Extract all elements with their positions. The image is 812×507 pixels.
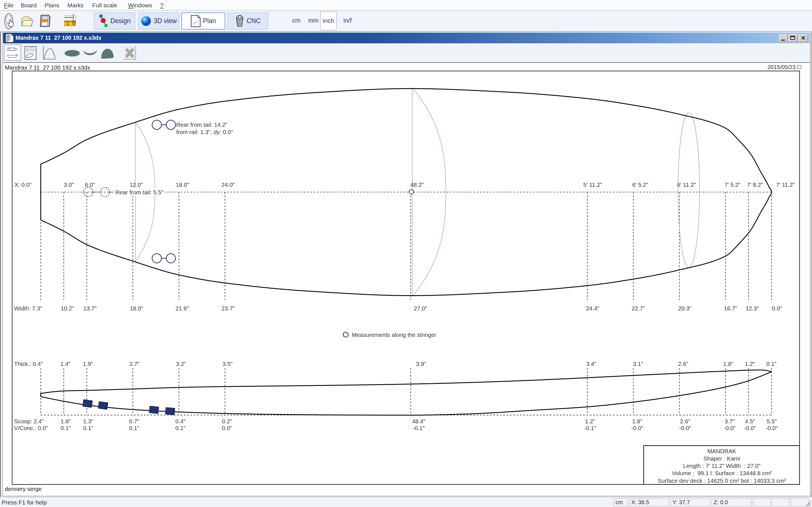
svg-text:4.5": 4.5" — [745, 418, 755, 425]
svg-text:0: 0 — [72, 20, 75, 26]
svg-text:2.7": 2.7" — [130, 360, 140, 367]
svg-text:24.0": 24.0" — [221, 181, 235, 188]
svg-text:2.6": 2.6" — [678, 360, 688, 367]
svg-text:3.2": 3.2" — [176, 360, 186, 367]
svg-text:1.2": 1.2" — [745, 360, 755, 367]
svg-text:-0.1": -0.1" — [413, 425, 425, 431]
svg-text:3.1": 3.1" — [633, 360, 643, 367]
svg-text:-0.0": -0.0" — [724, 425, 736, 431]
svg-text:7' 11.2": 7' 11.2" — [776, 181, 795, 188]
svg-text:-0.0": -0.0" — [631, 425, 644, 431]
svg-text:6.0": 6.0" — [85, 181, 95, 188]
svg-text:1.8": 1.8" — [632, 418, 642, 425]
svg-text:0.0": 0.0" — [222, 425, 232, 431]
svg-text:1: 1 — [66, 20, 69, 26]
svg-text:3.7": 3.7" — [725, 418, 735, 425]
svg-text:10.2": 10.2" — [61, 305, 74, 312]
svg-text:0.1": 0.1" — [61, 425, 71, 431]
svg-text:6' 11.2": 6' 11.2" — [677, 181, 696, 188]
svg-text:Thick.: 0.4": Thick.: 0.4" — [14, 360, 43, 367]
svg-text:1.4": 1.4" — [60, 360, 70, 367]
svg-text:5' 11.2": 5' 11.2" — [583, 181, 602, 188]
svg-text:Shaper : Kami: Shaper : Kami — [703, 455, 740, 462]
svg-text:Rear from tail: 5.5": Rear from tail: 5.5" — [115, 189, 163, 195]
svg-text:16.7": 16.7" — [724, 305, 737, 312]
svg-text:Surface dev deck : 14625.0 cm²: Surface dev deck : 14625.0 cm² bot : 140… — [658, 477, 786, 484]
svg-text:-0.1": -0.1" — [584, 425, 596, 431]
svg-text:0.7": 0.7" — [129, 418, 139, 425]
svg-text:Measurements along the stringe: Measurements along the stringer — [352, 332, 437, 338]
svg-text:22.7": 22.7" — [631, 305, 645, 312]
svg-text:Rear from tail: 14.2": Rear from tail: 14.2" — [176, 121, 227, 128]
svg-text:13.7": 13.7" — [83, 305, 96, 312]
svg-text:-0.0": -0.0" — [744, 425, 756, 431]
svg-text:X: 0.0": X: 0.0" — [14, 181, 32, 188]
svg-text:from rail: 1.3", dy: 0.0": from rail: 1.3", dy: 0.0" — [176, 129, 233, 135]
svg-text:0.1": 0.1" — [83, 425, 93, 431]
svg-text:0.1": 0.1" — [175, 425, 186, 431]
svg-text:Volume : 99.1 l Surface : 13: Volume : 99.1 l Surface : 13448.8 cm² — [672, 470, 772, 476]
svg-text:1.8": 1.8" — [723, 360, 733, 367]
svg-text:1.8": 1.8" — [61, 418, 71, 425]
svg-text:Length : 7' 11.2" Width : 27.: Length : 7' 11.2" Width : 27.0" — [683, 462, 761, 469]
svg-text:3.5": 3.5" — [222, 360, 233, 367]
svg-text:1.3": 1.3" — [83, 418, 93, 425]
svg-text:3.9": 3.9" — [416, 360, 426, 367]
svg-text:0.4": 0.4" — [175, 418, 186, 425]
svg-text:5.5": 5.5" — [767, 418, 777, 425]
svg-text:23.7": 23.7" — [221, 305, 235, 312]
svg-text:27.0": 27.0" — [414, 305, 427, 312]
svg-text:0.1": 0.1" — [129, 425, 139, 431]
svg-text:1.9": 1.9" — [83, 360, 93, 367]
svg-text:0.0": 0.0" — [772, 305, 782, 312]
svg-text:18.0": 18.0" — [130, 305, 143, 312]
svg-text:0.1": 0.1" — [766, 360, 776, 367]
svg-text:0.2": 0.2" — [222, 418, 232, 425]
svg-text:MANDRAK: MANDRAK — [707, 448, 737, 454]
svg-text:48.2": 48.2" — [410, 181, 423, 188]
svg-text:24.4": 24.4" — [586, 305, 599, 312]
svg-text:21.6": 21.6" — [175, 305, 189, 312]
svg-text:Width: 7.3": Width: 7.3" — [14, 305, 42, 312]
svg-text:12.0": 12.0" — [130, 181, 143, 188]
svg-text:-0.0": -0.0" — [766, 425, 778, 431]
svg-text:-0.0": -0.0" — [679, 425, 691, 431]
svg-text:18.0": 18.0" — [175, 181, 189, 188]
svg-text:12.3": 12.3" — [746, 305, 759, 312]
svg-text:1.2": 1.2" — [585, 418, 595, 425]
svg-text:V/Conc.: 0.0": V/Conc.: 0.0" — [14, 425, 48, 431]
svg-text:7' 5.2": 7' 5.2" — [725, 181, 741, 188]
svg-text:6' 5.2": 6' 5.2" — [632, 181, 649, 188]
svg-text:20.3": 20.3" — [678, 305, 691, 312]
svg-text:3.4": 3.4" — [586, 360, 596, 367]
svg-text:7' 8.2": 7' 8.2" — [747, 181, 763, 188]
svg-text:48.4": 48.4" — [412, 418, 425, 425]
svg-text:3.0": 3.0" — [64, 181, 74, 188]
svg-text:2.6": 2.6" — [680, 418, 690, 425]
svg-text:Scoop: 2.4": Scoop: 2.4" — [14, 418, 44, 425]
